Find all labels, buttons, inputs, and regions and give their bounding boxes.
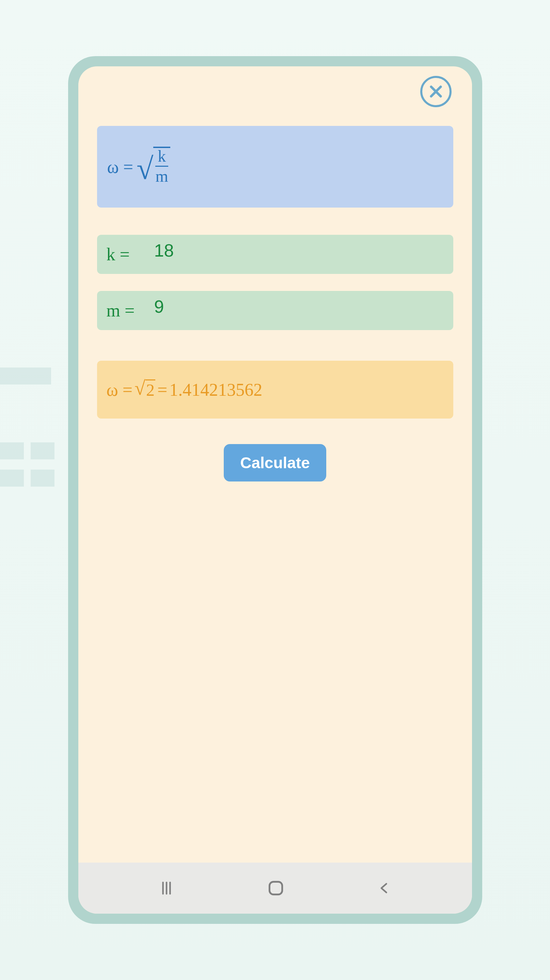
phone-screen: ω = √ k m k = 18 m = [78,66,472,914]
svg-rect-2 [31,442,54,460]
input-k-row[interactable]: k = 18 [97,235,453,274]
k-value: 18 [154,240,174,261]
close-icon [428,83,444,100]
svg-rect-1 [0,442,24,460]
formula-display: ω = √ k m [97,126,453,208]
back-icon [377,881,392,896]
result-decimal: 1.414213562 [169,380,262,400]
m-label: m = [107,301,147,321]
fraction-line [155,166,168,167]
calculate-button[interactable]: Calculate [224,444,326,482]
sqrt-symbol: √ [137,159,153,178]
svg-rect-4 [31,469,54,487]
fraction-denominator: m [155,168,168,185]
android-nav-bar [78,862,472,914]
input-m-row[interactable]: m = 9 [97,291,453,330]
result-sqrt-value: 2 [145,379,155,400]
content-area: ω = √ k m k = 18 m = [78,66,472,862]
home-button[interactable] [266,878,285,898]
sqrt-symbol: √ [134,379,145,397]
close-button[interactable] [420,76,451,107]
formula-lhs: ω = [107,157,134,177]
back-button[interactable] [377,881,392,896]
formula-equation: ω = √ k m [107,148,170,186]
svg-rect-10 [270,882,282,894]
fraction-numerator: k [158,148,166,164]
phone-frame: ω = √ k m k = 18 m = [68,56,482,924]
fraction: k m [153,147,170,185]
result-eq: = [157,380,167,400]
sqrt-expression: √ k m [137,148,170,186]
svg-rect-0 [0,368,51,385]
svg-rect-3 [0,469,24,487]
result-lhs: ω = [107,380,133,400]
recents-button[interactable] [158,880,175,897]
background-decoration [0,340,68,612]
result-sqrt: √ 2 [134,379,155,400]
recents-icon [158,880,175,897]
result-display: ω = √ 2 = 1.414213562 [97,361,453,418]
m-value: 9 [154,296,164,317]
k-label: k = [107,244,147,264]
home-icon [266,878,285,898]
